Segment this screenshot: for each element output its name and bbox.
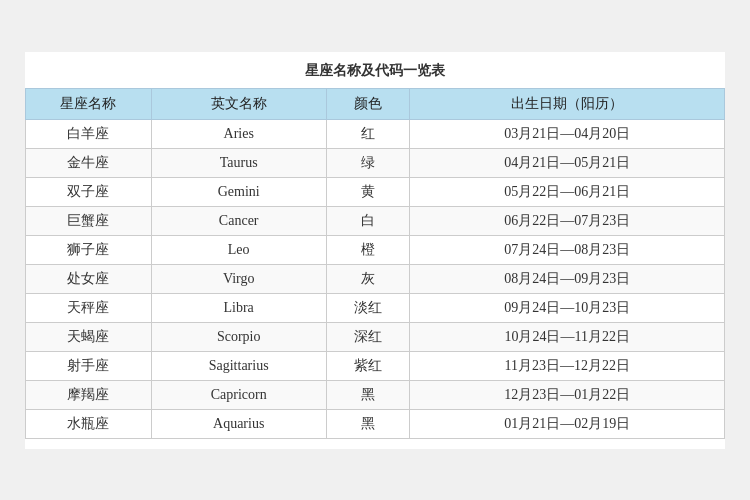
cell-zodiac-color: 淡红 [326,293,410,322]
cell-zodiac-color: 黑 [326,380,410,409]
page-title: 星座名称及代码一览表 [25,62,725,80]
table-row: 白羊座Aries红03月21日—04月20日 [26,119,725,148]
header-english: 英文名称 [151,88,326,119]
cell-zodiac-english: Sagittarius [151,351,326,380]
cell-zodiac-date: 11月23日—12月22日 [410,351,725,380]
header-name: 星座名称 [26,88,152,119]
cell-zodiac-color: 黄 [326,177,410,206]
cell-zodiac-date: 01月21日—02月19日 [410,409,725,438]
cell-zodiac-color: 红 [326,119,410,148]
table-row: 双子座Gemini黄05月22日—06月21日 [26,177,725,206]
cell-zodiac-english: Scorpio [151,322,326,351]
zodiac-table: 星座名称 英文名称 颜色 出生日期（阳历） 白羊座Aries红03月21日—04… [25,88,725,439]
cell-zodiac-name: 巨蟹座 [26,206,152,235]
main-container: 星座名称及代码一览表 星座名称 英文名称 颜色 出生日期（阳历） 白羊座Arie… [25,52,725,449]
cell-zodiac-name: 射手座 [26,351,152,380]
cell-zodiac-date: 03月21日—04月20日 [410,119,725,148]
header-color: 颜色 [326,88,410,119]
cell-zodiac-color: 深红 [326,322,410,351]
table-row: 巨蟹座Cancer白06月22日—07月23日 [26,206,725,235]
table-row: 天秤座Libra淡红09月24日—10月23日 [26,293,725,322]
cell-zodiac-english: Libra [151,293,326,322]
cell-zodiac-name: 天蝎座 [26,322,152,351]
cell-zodiac-name: 天秤座 [26,293,152,322]
cell-zodiac-english: Leo [151,235,326,264]
table-row: 水瓶座Aquarius黑01月21日—02月19日 [26,409,725,438]
cell-zodiac-date: 12月23日—01月22日 [410,380,725,409]
table-row: 处女座Virgo灰08月24日—09月23日 [26,264,725,293]
cell-zodiac-english: Taurus [151,148,326,177]
cell-zodiac-name: 摩羯座 [26,380,152,409]
cell-zodiac-name: 狮子座 [26,235,152,264]
table-row: 天蝎座Scorpio深红10月24日—11月22日 [26,322,725,351]
table-row: 金牛座Taurus绿04月21日—05月21日 [26,148,725,177]
cell-zodiac-name: 金牛座 [26,148,152,177]
cell-zodiac-date: 09月24日—10月23日 [410,293,725,322]
cell-zodiac-date: 07月24日—08月23日 [410,235,725,264]
cell-zodiac-name: 处女座 [26,264,152,293]
cell-zodiac-color: 紫红 [326,351,410,380]
cell-zodiac-english: Cancer [151,206,326,235]
cell-zodiac-english: Aries [151,119,326,148]
cell-zodiac-date: 05月22日—06月21日 [410,177,725,206]
cell-zodiac-color: 橙 [326,235,410,264]
cell-zodiac-english: Virgo [151,264,326,293]
cell-zodiac-color: 黑 [326,409,410,438]
cell-zodiac-date: 10月24日—11月22日 [410,322,725,351]
cell-zodiac-color: 绿 [326,148,410,177]
header-date: 出生日期（阳历） [410,88,725,119]
cell-zodiac-name: 水瓶座 [26,409,152,438]
cell-zodiac-date: 06月22日—07月23日 [410,206,725,235]
table-row: 狮子座Leo橙07月24日—08月23日 [26,235,725,264]
cell-zodiac-english: Aquarius [151,409,326,438]
cell-zodiac-date: 04月21日—05月21日 [410,148,725,177]
cell-zodiac-english: Capricorn [151,380,326,409]
cell-zodiac-english: Gemini [151,177,326,206]
cell-zodiac-name: 双子座 [26,177,152,206]
cell-zodiac-color: 白 [326,206,410,235]
cell-zodiac-name: 白羊座 [26,119,152,148]
table-row: 射手座Sagittarius紫红11月23日—12月22日 [26,351,725,380]
table-header-row: 星座名称 英文名称 颜色 出生日期（阳历） [26,88,725,119]
cell-zodiac-color: 灰 [326,264,410,293]
table-body: 白羊座Aries红03月21日—04月20日金牛座Taurus绿04月21日—0… [26,119,725,438]
cell-zodiac-date: 08月24日—09月23日 [410,264,725,293]
table-row: 摩羯座Capricorn黑12月23日—01月22日 [26,380,725,409]
